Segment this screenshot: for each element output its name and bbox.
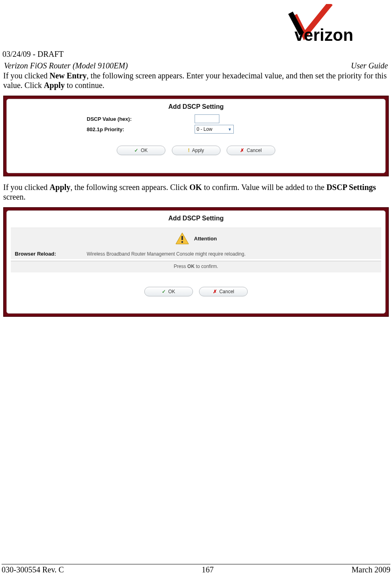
warning-icon bbox=[175, 232, 189, 246]
text-bold: DSCP Settings bbox=[326, 183, 376, 192]
text: If you clicked bbox=[3, 183, 50, 192]
panel-title: Add DSCP Setting bbox=[7, 211, 385, 225]
button-label: OK bbox=[141, 148, 147, 153]
button-label: Cancel bbox=[219, 289, 234, 294]
ok-button[interactable]: ✓OK bbox=[117, 146, 165, 155]
cancel-button[interactable]: ✗Cancel bbox=[227, 146, 275, 155]
dscp-value-label: DSCP Value (hex): bbox=[7, 116, 191, 122]
exclamation-icon: ! bbox=[188, 148, 189, 153]
screenshot-confirm-dscp: Add DSCP Setting Attention Browser Reloa… bbox=[3, 207, 389, 317]
page-footer: 030-300554 Rev. C 167 March 2009 bbox=[2, 564, 390, 574]
paragraph-1: If you clicked New Entry, the following … bbox=[2, 71, 390, 90]
doc-title-left: Verizon FiOS Router (Model 9100EM) bbox=[4, 61, 128, 70]
logo-text: verizon bbox=[294, 26, 353, 44]
text-bold: Apply bbox=[50, 183, 70, 192]
text-bold: OK bbox=[189, 183, 202, 192]
text: Press bbox=[174, 264, 187, 269]
chevron-down-icon: ▼ bbox=[228, 127, 232, 132]
text: If you clicked bbox=[3, 71, 50, 80]
cancel-button[interactable]: ✗Cancel bbox=[199, 287, 248, 296]
dscp-value-input[interactable] bbox=[195, 114, 219, 123]
browser-reload-label: Browser Reload: bbox=[15, 251, 87, 257]
text: screen. bbox=[3, 192, 26, 201]
footer-pagenum: 167 bbox=[202, 565, 214, 574]
check-icon: ✓ bbox=[134, 148, 138, 153]
doc-title-right: User Guide bbox=[351, 61, 388, 70]
text: to confirm. bbox=[195, 264, 218, 269]
footer-date: March 2009 bbox=[352, 565, 390, 574]
text-bold: Apply bbox=[44, 81, 65, 90]
priority-select[interactable]: 0 - Low ▼ bbox=[195, 125, 234, 134]
button-label: OK bbox=[168, 289, 175, 294]
text-bold: New Entry bbox=[50, 71, 87, 80]
panel-title: Add DSCP Setting bbox=[7, 99, 385, 114]
svg-rect-2 bbox=[181, 241, 183, 243]
text: to continue. bbox=[65, 81, 104, 90]
paragraph-2: If you clicked Apply, the following scre… bbox=[2, 183, 390, 202]
confirm-instruction: Press OK to confirm. bbox=[11, 261, 381, 272]
browser-reload-msg: Wireless Broadband Router Management Con… bbox=[87, 251, 377, 257]
priority-label: 802.1p Priority: bbox=[7, 126, 191, 132]
ok-button[interactable]: ✓OK bbox=[144, 287, 193, 296]
logo-area: verizon bbox=[2, 0, 390, 48]
x-icon: ✗ bbox=[213, 289, 217, 294]
footer-docnum: 030-300554 Rev. C bbox=[2, 565, 64, 574]
doc-header: Verizon FiOS Router (Model 9100EM) User … bbox=[2, 61, 390, 70]
button-label: Apply bbox=[192, 148, 204, 153]
text: to confirm. Value will be added to the bbox=[202, 183, 326, 192]
screenshot-add-dscp: Add DSCP Setting DSCP Value (hex): 802.1… bbox=[3, 96, 389, 176]
verizon-logo: verizon bbox=[279, 4, 378, 46]
priority-select-value: 0 - Low bbox=[197, 126, 212, 132]
svg-rect-1 bbox=[181, 236, 183, 240]
text: , the following screen appears. Click bbox=[70, 183, 189, 192]
button-label: Cancel bbox=[247, 148, 261, 153]
text-bold: OK bbox=[187, 264, 195, 269]
x-icon: ✗ bbox=[240, 148, 244, 153]
apply-button[interactable]: !Apply bbox=[172, 146, 221, 155]
check-icon: ✓ bbox=[162, 289, 166, 294]
attention-label: Attention bbox=[194, 236, 217, 242]
draft-stamp: 03/24/09 - DRAFT bbox=[2, 50, 390, 59]
